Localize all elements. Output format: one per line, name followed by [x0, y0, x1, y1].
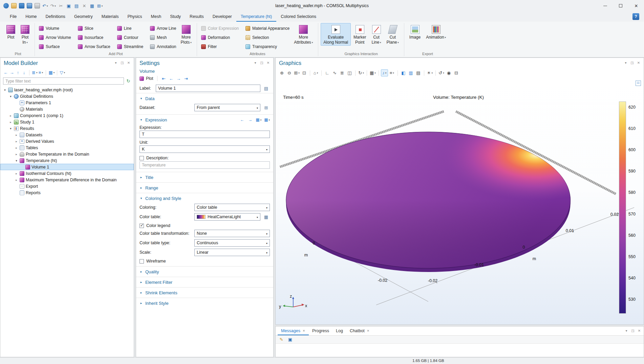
reset-camera-icon[interactable]	[438, 69, 445, 76]
sound-icon[interactable]	[381, 69, 388, 76]
panel-menu-icon[interactable]	[254, 61, 257, 65]
go-to-default-view-icon[interactable]	[312, 69, 319, 76]
window-layout-icon[interactable]	[97, 3, 103, 8]
section-coloring-and-style[interactable]: Coloring and Style	[136, 194, 273, 203]
help-button[interactable]	[632, 13, 639, 20]
tree-item-reports[interactable]: Reports	[0, 189, 134, 196]
chevron-collapsed-icon[interactable]	[15, 140, 18, 143]
maximize-button[interactable]	[613, 0, 628, 12]
tab-materials[interactable]: Materials	[97, 12, 123, 22]
add-line-button[interactable]: Line	[115, 24, 145, 32]
tab-developer[interactable]: Developer	[208, 12, 236, 22]
color-table-type-select[interactable]: Continuous	[194, 239, 270, 247]
unit-select[interactable]: K	[139, 145, 270, 153]
paste-icon[interactable]	[74, 3, 79, 8]
label-input[interactable]	[156, 85, 260, 92]
panel-menu-icon[interactable]	[625, 329, 628, 333]
show-axis-icon[interactable]	[324, 69, 331, 76]
insert-expression-icon[interactable]	[264, 117, 270, 122]
scene-light-icon[interactable]	[426, 69, 433, 76]
transparency-button[interactable]: Transparency	[244, 42, 291, 51]
tree-item-root[interactable]: laser_heating_wafer.mph (root)	[0, 87, 134, 93]
section-element-filter[interactable]: Element Filter	[136, 278, 273, 287]
section-data[interactable]: Data	[136, 94, 273, 103]
chevron-collapsed-icon[interactable]	[15, 178, 18, 182]
material-appearance-button[interactable]: Material Appearance	[244, 24, 291, 32]
tree-item-isothermal-contours[interactable]: Isothermal Contours (ht)	[0, 170, 134, 177]
replace-expression-icon[interactable]	[256, 117, 261, 122]
tab-study[interactable]: Study	[166, 12, 185, 22]
filter-button[interactable]: Filter	[199, 42, 240, 51]
next-expression-icon[interactable]	[248, 117, 253, 122]
delete-icon[interactable]	[82, 3, 87, 8]
chevron-collapsed-icon[interactable]	[15, 153, 18, 156]
save-icon[interactable]	[19, 3, 24, 8]
settings-plot-button[interactable]: Plot	[146, 76, 153, 81]
redo-icon[interactable]	[50, 3, 56, 8]
scale-select[interactable]: Linear	[194, 249, 270, 256]
float-panel-icon[interactable]	[631, 329, 635, 333]
tree-item-max-temperature-difference[interactable]: Maximum Temperature Difference in the Do…	[0, 177, 134, 183]
tab-file[interactable]: File	[5, 12, 21, 22]
add-streamline-button[interactable]: Streamline	[115, 42, 145, 51]
cut-line-button[interactable]: Cut Line	[369, 23, 384, 46]
tree-item-datasets[interactable]: Datasets	[0, 132, 134, 138]
layout-split-horizontal-icon[interactable]	[415, 69, 422, 76]
tab-messages[interactable]: Messages	[278, 326, 309, 335]
tree-item-export[interactable]: Export	[0, 183, 134, 189]
graphics-canvas[interactable]: Time=60 s Volume: Temperature (K) -0.02 …	[276, 78, 644, 324]
export-animation-button[interactable]: Animation	[423, 23, 449, 41]
selection-button[interactable]: Selection	[244, 33, 291, 42]
chevron-collapsed-icon[interactable]	[15, 172, 18, 175]
move-up-icon[interactable]	[15, 70, 21, 75]
tree-item-results[interactable]: Results	[0, 125, 134, 132]
layout-single-icon[interactable]	[400, 69, 407, 76]
plot-window-menu-icon[interactable]	[636, 81, 641, 86]
expression-input[interactable]	[139, 131, 270, 138]
add-contour-button[interactable]: Contour	[115, 33, 145, 42]
layout-split-vertical-icon[interactable]	[407, 69, 414, 76]
chevron-expanded-icon[interactable]	[9, 95, 13, 98]
deformation-button[interactable]: Deformation	[199, 33, 240, 42]
previous-expression-icon[interactable]	[239, 117, 245, 122]
tab-log[interactable]: Log	[332, 326, 346, 335]
color-expression-button[interactable]: Color Expression	[199, 24, 240, 32]
plot-next-icon[interactable]	[176, 76, 181, 81]
tree-item-component-1[interactable]: Component 1 (comp 1)	[0, 112, 134, 119]
split-view-icon[interactable]	[346, 69, 353, 76]
zoom-in-icon[interactable]	[278, 69, 285, 76]
forward-icon[interactable]	[9, 70, 15, 75]
back-icon[interactable]	[3, 70, 8, 75]
show-options-icon[interactable]	[32, 70, 37, 75]
section-shrink-elements[interactable]: Shrink Elements	[136, 288, 273, 297]
cut-plane-button[interactable]: Cut Plane	[384, 23, 402, 46]
dataset-select[interactable]: From parent	[194, 104, 260, 111]
tree-item-volume-1[interactable]: Volume 1	[0, 164, 134, 170]
tab-physics[interactable]: Physics	[123, 12, 146, 22]
document-icon[interactable]	[262, 85, 270, 92]
close-panel-icon[interactable]	[127, 61, 130, 65]
copy-messages-icon[interactable]	[287, 337, 293, 342]
panel-menu-icon[interactable]	[624, 61, 627, 65]
color-table-select[interactable]: HeatCameraLight	[194, 213, 260, 221]
undo-icon[interactable]	[42, 3, 48, 8]
chevron-collapsed-icon[interactable]	[9, 120, 13, 124]
print-plot-icon[interactable]	[453, 69, 460, 76]
zoom-box-icon[interactable]	[293, 69, 300, 76]
save-as-icon[interactable]	[27, 3, 32, 8]
chevron-expanded-icon[interactable]	[3, 88, 7, 92]
float-panel-icon[interactable]	[260, 61, 263, 65]
tree-options-icon[interactable]	[38, 70, 43, 75]
chevron-expanded-icon[interactable]	[9, 127, 13, 130]
print-icon[interactable]	[35, 3, 40, 8]
add-slice-button[interactable]: Slice	[76, 24, 112, 32]
add-arrow-volume-button[interactable]: Arrow Volume	[37, 33, 73, 42]
chevron-collapsed-icon[interactable]	[15, 133, 18, 137]
plot-first-icon[interactable]	[161, 76, 167, 81]
tree-filter-input[interactable]	[3, 77, 124, 85]
more-attributes-button[interactable]: More Attributes	[291, 23, 316, 46]
tree-item-temperature-ht[interactable]: Temperature (ht)	[0, 157, 134, 164]
plot-list-icon[interactable]	[388, 69, 395, 76]
move-down-icon[interactable]	[21, 70, 27, 75]
section-inherit-style[interactable]: Inherit Style	[136, 299, 273, 308]
